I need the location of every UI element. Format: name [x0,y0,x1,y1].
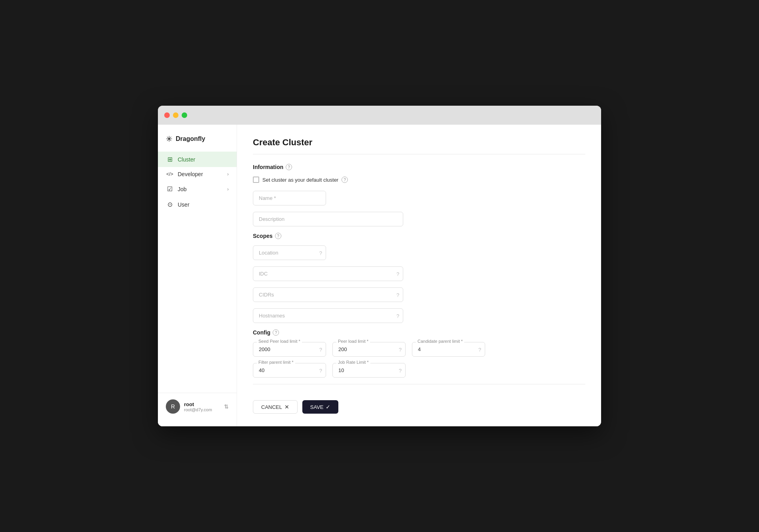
candidate-parent-label: Candidate parent limit * [416,339,464,344]
config-help-icon[interactable]: ? [273,329,279,336]
divider [253,154,585,154]
sidebar-footer: R root root@d7y.com ⇅ [158,393,237,420]
app-window: ✳ Dragonfly ⊞ Cluster </> Developer › ☑ … [158,106,601,426]
user-info: root root@d7y.com [184,401,220,412]
sidebar-item-user[interactable]: ⊙ User [158,197,237,212]
hostnames-info-icon[interactable]: ? [397,313,399,319]
candidate-parent-info-icon[interactable]: ? [478,346,481,352]
main-content: Create Cluster Information ? Set cluster… [237,125,601,426]
logo-text: Dragonfly [176,135,205,142]
default-cluster-label: Set cluster as your default cluster [262,177,338,183]
user-email: root@d7y.com [184,407,220,412]
filter-parent-label: Filter parent limit * [257,360,295,365]
peer-load-input[interactable] [332,342,406,357]
config-title: Config [253,329,270,336]
sidebar-item-cluster[interactable]: ⊞ Cluster [158,152,237,167]
job-rate-field: Job Rate Limit * ? [332,363,406,378]
filter-parent-input[interactable] [253,363,326,378]
user-name: root [184,401,220,407]
avatar-initial: R [171,403,175,410]
idc-field: ? [253,266,585,281]
filter-parent-info-icon[interactable]: ? [319,367,322,373]
logo-icon: ✳ [166,134,173,144]
config-row-1: Seed Peer load limit * ? Peer load limit… [253,342,585,357]
save-label: SAVE [310,404,324,410]
filter-parent-field: Filter parent limit * ? [253,363,326,378]
location-info-icon[interactable]: ? [319,250,322,256]
config-row-2: Filter parent limit * ? Job Rate Limit *… [253,363,585,378]
cidrs-input[interactable] [253,287,403,302]
hostnames-field: ? [253,308,585,323]
close-button[interactable] [164,112,170,118]
cidrs-field: ? [253,287,585,302]
cancel-label: CANCEL [261,404,282,410]
sidebar-item-developer[interactable]: </> Developer › [158,167,237,181]
default-cluster-row: Set cluster as your default cluster ? [253,177,585,183]
scopes-section-header: Scopes ? [253,233,585,239]
hostnames-input[interactable] [253,308,403,323]
sidebar-item-job[interactable]: ☑ Job › [158,181,237,197]
description-input[interactable] [253,212,403,226]
job-rate-info-icon[interactable]: ? [399,367,402,373]
config-fields: Seed Peer load limit * ? Peer load limit… [253,342,585,378]
job-rate-label: Job Rate Limit * [336,360,370,365]
description-field [253,212,585,226]
sidebar: ✳ Dragonfly ⊞ Cluster </> Developer › ☑ … [158,125,237,426]
candidate-parent-input[interactable] [412,342,485,357]
user-icon: ⊙ [166,201,174,208]
logo: ✳ Dragonfly [158,131,237,152]
developer-icon: </> [166,171,174,177]
default-cluster-checkbox[interactable] [253,177,259,183]
cidrs-info-icon[interactable]: ? [397,292,399,298]
idc-info-icon[interactable]: ? [397,271,399,277]
scopes-title: Scopes [253,233,273,239]
save-button[interactable]: SAVE ✓ [302,400,339,414]
job-icon: ☑ [166,185,174,193]
information-section-header: Information ? [253,164,585,170]
default-cluster-help-icon[interactable]: ? [342,177,348,183]
location-input[interactable] [253,245,326,260]
cancel-button[interactable]: CANCEL ✕ [253,400,298,414]
cancel-icon: ✕ [285,404,289,410]
maximize-button[interactable] [182,112,187,118]
idc-input[interactable] [253,266,403,281]
information-help-icon[interactable]: ? [286,164,292,170]
seed-peer-label: Seed Peer load limit * [257,339,302,344]
sidebar-item-label: User [178,201,190,208]
sidebar-item-label: Job [178,186,187,192]
seed-peer-field: Seed Peer load limit * ? [253,342,326,357]
sidebar-item-label: Developer [178,171,203,177]
save-icon: ✓ [326,404,330,410]
information-title: Information [253,164,283,170]
minimize-button[interactable] [173,112,178,118]
name-input[interactable] [253,191,326,205]
candidate-parent-field: Candidate parent limit * ? [412,342,485,357]
config-section-header: Config ? [253,329,585,336]
job-rate-input[interactable] [332,363,406,378]
chevron-icon: › [227,186,229,192]
chevron-icon: › [227,171,229,177]
scopes-help-icon[interactable]: ? [275,233,281,239]
sidebar-item-label: Cluster [178,156,195,163]
avatar: R [166,399,180,414]
peer-load-info-icon[interactable]: ? [399,346,402,352]
seed-peer-info-icon[interactable]: ? [319,346,322,352]
sort-icon[interactable]: ⇅ [224,403,229,410]
bottom-divider [253,384,585,384]
peer-load-label: Peer load limit * [336,339,370,344]
seed-peer-input[interactable] [253,342,326,357]
window-body: ✳ Dragonfly ⊞ Cluster </> Developer › ☑ … [158,125,601,426]
page-title: Create Cluster [253,137,585,148]
name-field [253,191,585,205]
form-actions: CANCEL ✕ SAVE ✓ [253,394,585,414]
cluster-icon: ⊞ [166,156,174,163]
location-field: ? [253,245,585,260]
titlebar [158,106,601,125]
peer-load-field: Peer load limit * ? [332,342,406,357]
